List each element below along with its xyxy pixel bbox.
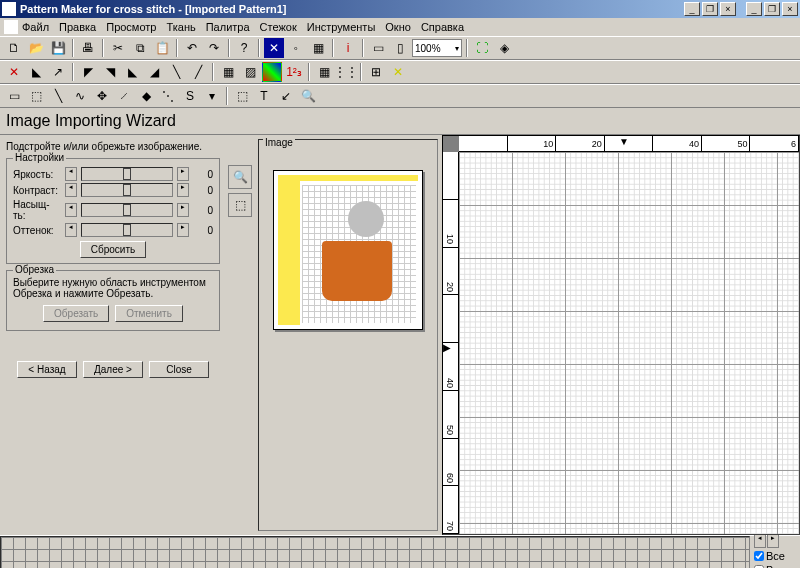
preview-zoom-button[interactable]: 🔍 bbox=[228, 165, 252, 189]
spray-button[interactable]: ⋱ bbox=[158, 86, 178, 106]
view-123-button[interactable]: 1²₃ bbox=[284, 62, 304, 82]
mdi-close-button[interactable]: × bbox=[720, 2, 736, 16]
brightness-slider[interactable] bbox=[81, 167, 173, 181]
next-button[interactable]: Далее > bbox=[83, 361, 143, 378]
ruler-toggle-button[interactable]: ⋮⋮ bbox=[336, 62, 356, 82]
stitch-se-button[interactable]: ◢ bbox=[144, 62, 164, 82]
menu-view[interactable]: Просмотр bbox=[106, 21, 156, 33]
new-button[interactable]: 🗋 bbox=[4, 38, 24, 58]
cut-button[interactable]: ✂ bbox=[108, 38, 128, 58]
back-button[interactable]: < Назад bbox=[17, 361, 77, 378]
saturation-slider[interactable] bbox=[81, 203, 173, 217]
hue-left-spin[interactable]: ◂ bbox=[65, 223, 77, 237]
minimize-button[interactable]: _ bbox=[746, 2, 762, 16]
print-button[interactable]: 🖶 bbox=[78, 38, 98, 58]
brightness-label: Яркость: bbox=[13, 169, 61, 180]
open-button[interactable]: 📂 bbox=[26, 38, 46, 58]
zoom-out-button[interactable]: ▭ bbox=[368, 38, 388, 58]
menu-tools[interactable]: Инструменты bbox=[307, 21, 376, 33]
mdi-restore-button[interactable]: ❐ bbox=[702, 2, 718, 16]
preview-crop-button[interactable]: ⬚ bbox=[228, 193, 252, 217]
stitch-sw-button[interactable]: ◣ bbox=[122, 62, 142, 82]
menu-fabric[interactable]: Ткань bbox=[166, 21, 195, 33]
crop-tool-button[interactable]: ↙ bbox=[276, 86, 296, 106]
mdi-minimize-button[interactable]: _ bbox=[684, 2, 700, 16]
move-button[interactable]: ✥ bbox=[92, 86, 112, 106]
save-button[interactable]: 💾 bbox=[48, 38, 68, 58]
crop-cancel-button[interactable]: Отменить bbox=[115, 305, 183, 322]
restore-button[interactable]: ❐ bbox=[764, 2, 780, 16]
crop-button[interactable]: Обрезать bbox=[43, 305, 109, 322]
stitch-nw-button[interactable]: ◤ bbox=[78, 62, 98, 82]
view-info-button[interactable]: i bbox=[338, 38, 358, 58]
view-symbol-button[interactable]: ◦ bbox=[286, 38, 306, 58]
menu-window[interactable]: Окно bbox=[385, 21, 411, 33]
magnify-button[interactable]: 🔍 bbox=[298, 86, 318, 106]
image-thumbnail[interactable] bbox=[273, 170, 423, 330]
palette-b-checkbox[interactable] bbox=[754, 565, 764, 569]
separator bbox=[102, 39, 104, 57]
canvas-area[interactable]: 10 20 40 50 6 ▼ 10 20 40 50 60 70 ▶ bbox=[442, 135, 800, 535]
contrast-slider[interactable] bbox=[81, 183, 173, 197]
text-s-button[interactable]: S bbox=[180, 86, 200, 106]
center-button[interactable]: ◈ bbox=[494, 38, 514, 58]
brightness-left-spin[interactable]: ◂ bbox=[65, 167, 77, 181]
select-rect-button[interactable]: ▭ bbox=[4, 86, 24, 106]
marquee-button[interactable]: ⬚ bbox=[232, 86, 252, 106]
reset-button[interactable]: Сбросить bbox=[80, 241, 146, 258]
paste-button[interactable]: 📋 bbox=[152, 38, 172, 58]
zoom-in-button[interactable]: ▯ bbox=[390, 38, 410, 58]
contrast-left-spin[interactable]: ◂ bbox=[65, 183, 77, 197]
zoom-combo[interactable]: 100% bbox=[412, 39, 462, 57]
palette-grid[interactable] bbox=[0, 536, 750, 568]
view-mode2-button[interactable]: ▨ bbox=[240, 62, 260, 82]
curve-button[interactable]: ∿ bbox=[70, 86, 90, 106]
copy-button[interactable]: ⧉ bbox=[130, 38, 150, 58]
select-free-button[interactable]: ⬚ bbox=[26, 86, 46, 106]
palette-all-checkbox[interactable] bbox=[754, 551, 764, 561]
menu-palette[interactable]: Палитра bbox=[206, 21, 250, 33]
eraser-button[interactable]: ▾ bbox=[202, 86, 222, 106]
view-mode1-button[interactable]: ▦ bbox=[218, 62, 238, 82]
fill-button[interactable]: ◆ bbox=[136, 86, 156, 106]
image-label: Image bbox=[263, 137, 295, 148]
menu-stitch[interactable]: Стежок bbox=[260, 21, 297, 33]
line-button[interactable]: ╲ bbox=[48, 86, 68, 106]
help-button[interactable]: ? bbox=[234, 38, 254, 58]
wizard-title: Image Importing Wizard bbox=[0, 108, 800, 135]
undo-button[interactable]: ↶ bbox=[182, 38, 202, 58]
menu-edit[interactable]: Правка bbox=[59, 21, 96, 33]
grid-style-button[interactable]: ⊞ bbox=[366, 62, 386, 82]
contrast-value: 0 bbox=[193, 185, 213, 196]
stitch-ne-button[interactable]: ◥ bbox=[100, 62, 120, 82]
hue-slider[interactable] bbox=[81, 223, 173, 237]
redo-button[interactable]: ↷ bbox=[204, 38, 224, 58]
close-wizard-button[interactable]: Close bbox=[149, 361, 209, 378]
contrast-right-spin[interactable]: ▸ bbox=[177, 183, 189, 197]
menu-file[interactable]: Файл bbox=[22, 21, 49, 33]
palette-right-button[interactable]: ▸ bbox=[767, 534, 779, 548]
toolbar-stitch: ✕ ◣ ↗ ◤ ◥ ◣ ◢ ╲ ╱ ▦ ▨ 1²₃ ▦ ⋮⋮ ⊞ ✕ bbox=[0, 60, 800, 84]
half-stitch-button[interactable]: ◣ bbox=[26, 62, 46, 82]
grid-toggle-button[interactable]: ▦ bbox=[314, 62, 334, 82]
view-color-button[interactable]: ▦ bbox=[308, 38, 328, 58]
instruction-text: Подстройте и/или обрежьте изображение. bbox=[6, 141, 220, 152]
stitch-grid[interactable] bbox=[459, 152, 800, 535]
saturation-right-spin[interactable]: ▸ bbox=[177, 203, 189, 217]
quarter-stitch-button[interactable]: ↗ bbox=[48, 62, 68, 82]
stitch-diag2-button[interactable]: ╱ bbox=[188, 62, 208, 82]
saturation-left-spin[interactable]: ◂ bbox=[65, 203, 77, 217]
menu-help[interactable]: Справка bbox=[421, 21, 464, 33]
view-color-mode-button[interactable] bbox=[262, 62, 282, 82]
text-t-button[interactable]: T bbox=[254, 86, 274, 106]
eyedrop-button[interactable]: ⟋ bbox=[114, 86, 134, 106]
close-button[interactable]: × bbox=[782, 2, 798, 16]
hue-right-spin[interactable]: ▸ bbox=[177, 223, 189, 237]
stitch-diag1-button[interactable]: ╲ bbox=[166, 62, 186, 82]
palette-left-button[interactable]: ◂ bbox=[754, 534, 766, 548]
fit-button[interactable]: ⛶ bbox=[472, 38, 492, 58]
highlight-button[interactable]: ✕ bbox=[388, 62, 408, 82]
brightness-right-spin[interactable]: ▸ bbox=[177, 167, 189, 181]
full-stitch-button[interactable]: ✕ bbox=[4, 62, 24, 82]
view-x-button[interactable]: ✕ bbox=[264, 38, 284, 58]
